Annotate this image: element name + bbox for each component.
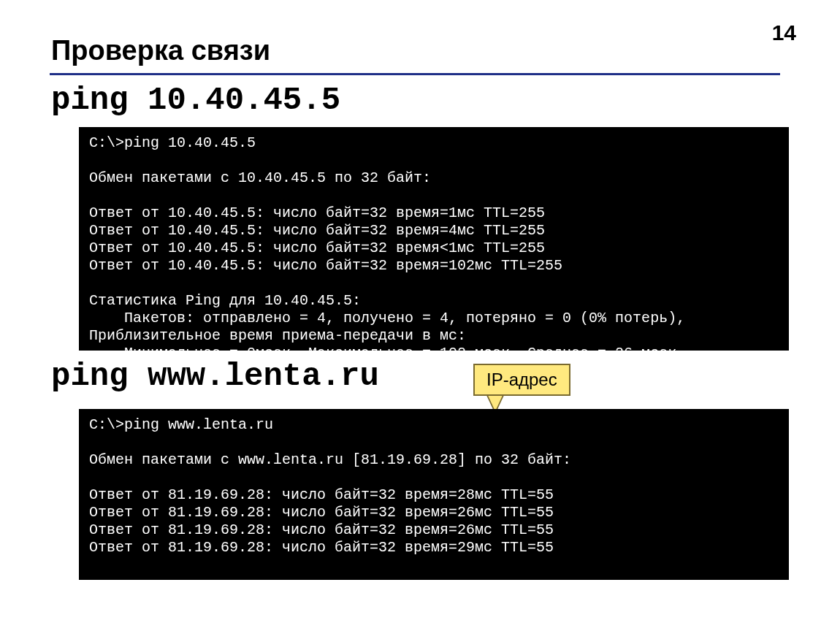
page-number: 14 <box>772 20 796 45</box>
terminal-output-2: C:\>ping www.lenta.ru Обмен пакетами с w… <box>79 409 789 580</box>
command-2: ping www.lenta.ru <box>51 358 379 394</box>
horizontal-rule <box>50 73 780 75</box>
terminal-output-1: C:\>ping 10.40.45.5 Обмен пакетами с 10.… <box>79 127 789 351</box>
ip-address-callout: IP-адрес <box>473 364 570 396</box>
slide-title: Проверка связи <box>51 35 270 66</box>
command-1: ping 10.40.45.5 <box>51 82 340 118</box>
